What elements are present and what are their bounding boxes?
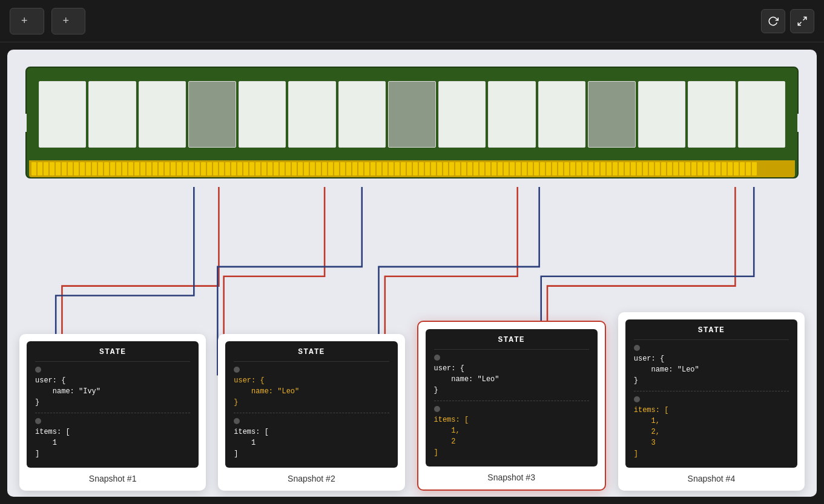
memory-cell-4 [188, 81, 236, 148]
memory-cell-7 [338, 81, 386, 148]
memory-cell-8 [388, 81, 435, 148]
memory-cell-11 [538, 81, 585, 148]
items-line-2: items: [ [234, 427, 389, 437]
memory-cell-2 [88, 81, 136, 148]
snapshot-label-2: Snapshot #2 [288, 474, 335, 483]
memory-cell-5 [239, 81, 286, 148]
user-line-1: user: { [35, 375, 190, 386]
state-box-3: STATEuser: { name: "Leo"}items: [ 1, 2] [426, 329, 598, 466]
items-line-3: 2 [434, 436, 589, 447]
user-line-3: name: "Leo" [434, 374, 589, 385]
state-title-1: STATE [35, 347, 190, 362]
memory-cell-14 [688, 81, 735, 148]
memory-cell-3 [139, 81, 186, 148]
expand-button[interactable] [790, 9, 814, 33]
snapshot-label-4: Snapshot #4 [688, 474, 736, 483]
state-box-4: STATEuser: { name: "Leo"}items: [ 1, 2, … [625, 319, 797, 468]
memory-cell-13 [638, 81, 685, 148]
user-line-1: } [35, 397, 190, 408]
plus-icon-1: + [21, 15, 28, 27]
user-line-4: } [634, 375, 789, 386]
snapshot-card-2: STATEuser: { name: "Leo"}items: [ 1]Snap… [218, 334, 404, 491]
snapshot-label-1: Snapshot #1 [89, 474, 137, 483]
items-line-4: 1, [634, 416, 789, 427]
items-line-4: 3 [634, 437, 789, 448]
set-user-state-button[interactable]: + [10, 8, 44, 34]
state-box-2: STATEuser: { name: "Leo"}items: [ 1] [225, 341, 397, 468]
state-title-4: STATE [634, 326, 789, 340]
main-canvas: STATEuser: { name: "Ivy"}items: [ 1]Snap… [7, 50, 817, 497]
items-line-3: ] [434, 447, 589, 458]
items-line-1: ] [35, 448, 190, 459]
ram-chip [25, 67, 799, 178]
toolbar-right-actions [761, 9, 814, 33]
snapshots-row: STATEuser: { name: "Ivy"}items: [ 1]Snap… [19, 312, 805, 491]
items-line-4: ] [634, 448, 789, 459]
refresh-icon [768, 16, 779, 27]
user-line-2: name: "Leo" [234, 386, 389, 397]
memory-cell-15 [738, 81, 785, 148]
toolbar: + + [0, 0, 824, 42]
state-title-3: STATE [434, 335, 589, 350]
state-title-2: STATE [234, 347, 389, 362]
memory-cell-6 [288, 81, 335, 148]
state-box-1: STATEuser: { name: "Ivy"}items: [ 1] [27, 341, 199, 468]
snapshot-card-4: STATEuser: { name: "Leo"}items: [ 1, 2, … [618, 312, 805, 491]
memory-cell-10 [488, 81, 535, 148]
svg-line-0 [803, 17, 806, 20]
items-line-4: items: [ [634, 405, 789, 416]
user-line-4: user: { [634, 353, 789, 364]
memory-cell-12 [588, 81, 635, 148]
items-line-3: 1, [434, 425, 589, 436]
user-line-3: user: { [434, 363, 589, 374]
memory-cells-row [27, 68, 797, 160]
memory-cell-1 [39, 81, 86, 148]
user-line-4: name: "Leo" [634, 364, 789, 375]
user-line-3: } [434, 385, 589, 396]
user-line-2: user: { [234, 375, 389, 386]
refresh-button[interactable] [761, 9, 785, 33]
items-line-4: 2, [634, 427, 789, 437]
ram-contacts [29, 160, 795, 177]
snapshot-card-3: STATEuser: { name: "Leo"}items: [ 1, 2]S… [417, 321, 606, 491]
snapshot-card-1: STATEuser: { name: "Ivy"}items: [ 1]Snap… [19, 334, 206, 491]
expand-icon [797, 16, 808, 27]
user-line-2: } [234, 397, 389, 408]
items-line-1: items: [ [35, 427, 190, 437]
snapshot-label-3: Snapshot #3 [487, 473, 535, 482]
memory-section [25, 62, 799, 178]
user-line-1: name: "Ivy" [35, 386, 190, 397]
svg-line-1 [798, 22, 801, 25]
items-line-2: 1 [234, 437, 389, 448]
items-line-1: 1 [35, 437, 190, 448]
items-line-3: items: [ [434, 414, 589, 425]
items-line-2: ] [234, 448, 389, 459]
plus-icon-2: + [63, 15, 70, 27]
set-items-state-button[interactable]: + [51, 8, 86, 34]
memory-cell-9 [438, 81, 486, 148]
